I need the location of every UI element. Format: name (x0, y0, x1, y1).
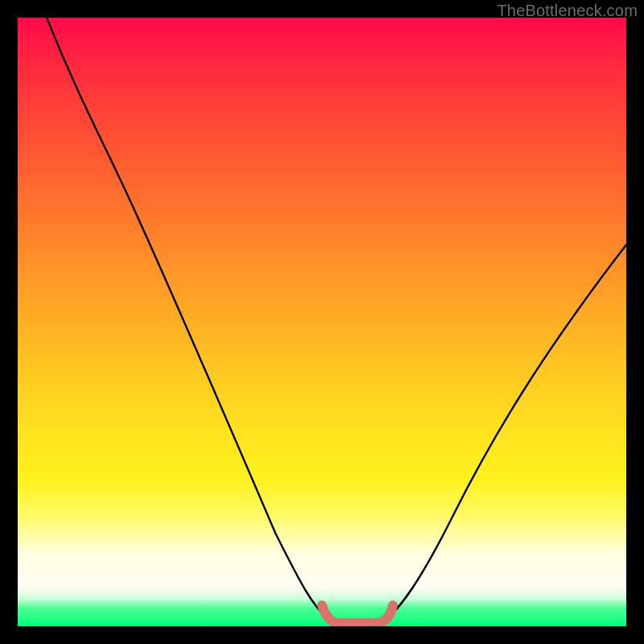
flat-bottom-marker (322, 605, 393, 623)
chart-stage: TheBottleneck.com (0, 0, 644, 644)
watermark-text: TheBottleneck.com (497, 2, 638, 20)
bottleneck-curve (47, 18, 626, 621)
chart-overlay (18, 18, 626, 626)
chart-plot-area (18, 18, 626, 626)
